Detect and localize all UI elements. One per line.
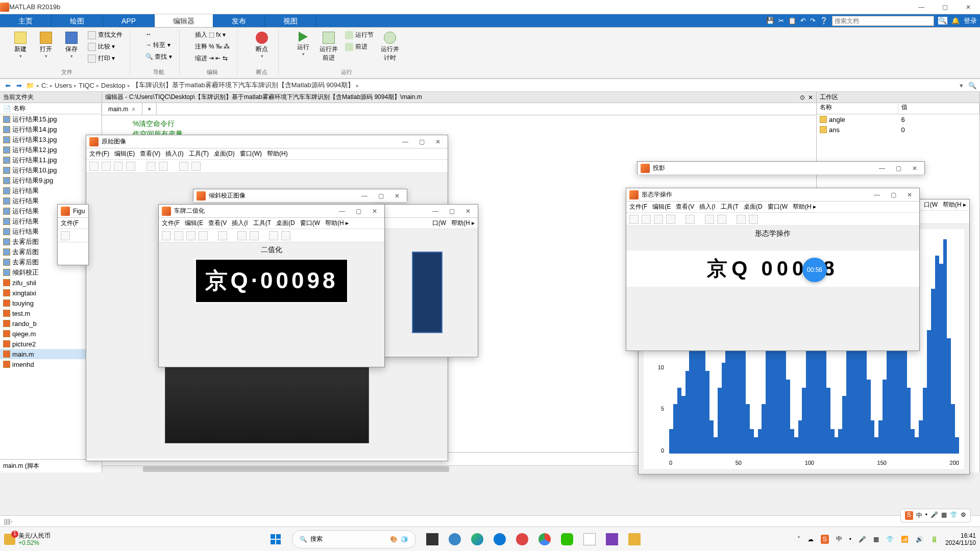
zoom-icon[interactable] (705, 215, 714, 224)
tab-publish[interactable]: 发布 (213, 14, 265, 27)
print-icon[interactable] (126, 162, 135, 171)
compare-button[interactable]: 比较 ▾ (86, 41, 125, 52)
tab-editor[interactable]: 编辑器 (155, 14, 213, 27)
figure-minimize-button[interactable]: — (358, 191, 371, 201)
new-figure-icon[interactable] (89, 162, 99, 171)
folder-up-icon[interactable]: 📁 (26, 81, 35, 90)
chrome-icon[interactable] (538, 533, 551, 545)
editor-add-tab[interactable]: + (142, 103, 157, 115)
menu-item[interactable]: 查看(V (676, 203, 694, 211)
taskview-icon[interactable] (426, 533, 438, 545)
figure-binary[interactable]: 车牌二值化 — ▢ ✕ 文件(F编辑(E查看(V插入(I工具(T桌面(D窗口(W… (158, 204, 385, 367)
figure-morphology[interactable]: 形态学操作 — ▢ ✕ 文件(F编辑(E查看(V插入(I工具(T桌面(D窗口(W… (626, 188, 920, 351)
search-folder-icon[interactable]: 🔍 (968, 81, 977, 90)
open-icon[interactable] (102, 162, 111, 171)
edge-legacy-icon[interactable] (449, 533, 461, 545)
save-icon[interactable]: 💾 (766, 17, 774, 24)
new-button[interactable]: 新建▾ (9, 30, 32, 61)
run-section-button[interactable]: 运行节 (343, 30, 376, 40)
menu-item[interactable]: 查看(V) (140, 149, 160, 158)
figure-toolbar[interactable] (159, 229, 384, 242)
matlab-taskbar-icon[interactable] (651, 533, 663, 545)
sogou-icon[interactable]: S (905, 511, 913, 520)
ime-icon[interactable]: S (821, 535, 829, 544)
workspace-var[interactable]: ans0 (817, 124, 979, 135)
menu-item[interactable]: 工具(T (721, 203, 739, 211)
cut-icon[interactable]: ✂ (778, 17, 784, 24)
mic-icon[interactable]: 🎤 (859, 536, 866, 543)
shirt-icon[interactable]: 👕 (886, 536, 894, 543)
figure-generic[interactable]: Figu 文件(F (57, 204, 89, 265)
figure-minimize-button[interactable]: — (429, 206, 442, 216)
menu-item[interactable]: 工具(T (253, 219, 271, 228)
menu-item[interactable]: 查看(V (208, 219, 227, 228)
column-name[interactable]: 名称 (10, 104, 102, 113)
cursor-icon[interactable] (269, 231, 278, 240)
figure-maximize-button[interactable]: ▢ (892, 163, 905, 173)
undo-icon[interactable]: ↶ (800, 17, 806, 24)
ws-col-name[interactable]: 名称 (817, 103, 898, 114)
editor-tab-main[interactable]: main.m✕ (102, 103, 142, 115)
menu-item[interactable]: 插入(I (232, 219, 248, 228)
figure-maximize-button[interactable]: ▢ (374, 191, 387, 201)
figure-menu[interactable]: 文件(F编辑(E查看(V插入(I工具(T桌面(D窗口(W帮助(H ▸ (626, 202, 919, 213)
menu-item[interactable]: 文件(F (162, 219, 180, 228)
volume-icon[interactable]: 🔊 (916, 536, 923, 543)
run-button[interactable]: 运行▾ (292, 30, 314, 59)
workspace-var[interactable]: angle6 (817, 114, 979, 124)
dock-icon[interactable] (218, 231, 227, 240)
comment-button[interactable]: 注释 % ‰ ⁂ (193, 41, 232, 52)
open-icon[interactable] (174, 231, 183, 240)
menu-item[interactable]: 窗口(W) (240, 149, 262, 158)
pan-icon[interactable] (250, 231, 259, 240)
print-button[interactable]: 打印 ▾ (86, 53, 125, 64)
step-button[interactable]: 前进 (343, 41, 376, 52)
menu-item[interactable]: 桌面(D (744, 203, 763, 211)
copy-icon[interactable]: 📋 (788, 17, 796, 24)
clock[interactable]: 16:41 2024/11/10 (945, 532, 976, 546)
figure-close-button[interactable]: ✕ (368, 206, 381, 216)
window-minimize-button[interactable]: — (910, 0, 933, 14)
menu-item[interactable]: 帮助(H) (267, 149, 288, 158)
cursor-icon[interactable] (737, 215, 746, 224)
figure-menu[interactable]: 文件(F)编辑(E)查看(V)插入(I)工具(T)桌面(D)窗口(W)帮助(H) (86, 148, 448, 160)
figure-close-button[interactable]: ✕ (461, 206, 475, 216)
start-icon[interactable] (270, 533, 282, 545)
figure-minimize-button[interactable]: — (335, 206, 349, 216)
app1-icon[interactable] (606, 533, 618, 545)
pan-icon[interactable] (159, 162, 168, 171)
new-figure-icon[interactable] (162, 231, 171, 240)
snip-icon[interactable] (583, 533, 596, 545)
save-button[interactable]: 保存▾ (60, 30, 83, 61)
menu-item[interactable]: 工具(T) (189, 149, 209, 158)
battery-icon[interactable]: 🔋 (930, 536, 938, 543)
menu-item[interactable]: 帮助(H ▸ (325, 219, 349, 228)
figure-hidden[interactable]: — ▢ ✕ 口(W帮助(H ▸ (376, 204, 478, 357)
open-button[interactable]: 打开▾ (35, 30, 57, 61)
editor-close-icon[interactable]: ✕ (808, 94, 813, 101)
figure-toolbar[interactable] (626, 213, 919, 226)
editor-settings-icon[interactable]: ⊙ (800, 94, 805, 101)
cursor-icon[interactable] (179, 162, 188, 171)
figure-maximize-button[interactable]: ▢ (445, 206, 458, 216)
goto-button[interactable]: → 转至 ▾ (143, 40, 174, 51)
search-icon[interactable]: 🔍 (938, 17, 947, 24)
new-figure-icon[interactable] (629, 215, 639, 224)
figure-skew[interactable]: 倾斜校正图像 — ▢ ✕ (193, 189, 407, 201)
run-advance-button[interactable]: 运行并 前进 (317, 30, 340, 64)
wifi-icon[interactable]: 📶 (901, 536, 909, 543)
figure-close-button[interactable]: ✕ (390, 191, 404, 201)
menu-item[interactable]: 插入(I) (165, 149, 183, 158)
workspace-list[interactable]: angle6ans0 (817, 114, 979, 135)
wechat-icon[interactable] (561, 533, 573, 545)
figure-minimize-button[interactable]: — (875, 163, 889, 173)
menu-item[interactable]: 桌面(D (276, 219, 295, 228)
redo-icon[interactable]: ↷ (810, 17, 816, 24)
dock-icon[interactable] (685, 215, 695, 224)
figure-minimize-button[interactable]: — (399, 137, 412, 147)
menu-item[interactable]: 插入(I (699, 203, 715, 211)
menu-item[interactable]: 帮助(H ▸ (793, 203, 816, 211)
menu-item[interactable]: 桌面(D) (214, 149, 235, 158)
help-icon[interactable]: ❔ (820, 17, 828, 24)
find-files-button[interactable]: 查找文件 (86, 30, 125, 40)
